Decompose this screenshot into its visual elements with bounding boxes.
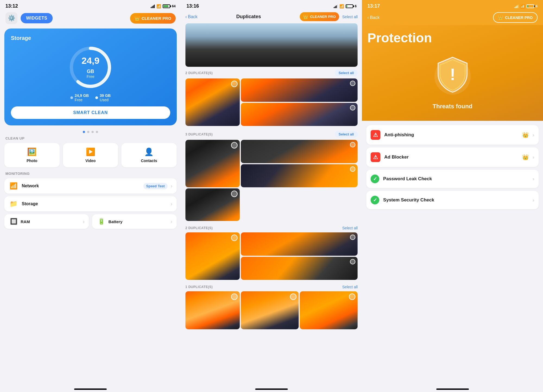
pro-button-2[interactable]: 👑 CLEANER PRO: [300, 12, 339, 21]
dup2-photo-1: [185, 140, 240, 187]
dot-2: [87, 131, 89, 133]
dup3-photo-1: [185, 232, 240, 280]
select-circle-9[interactable]: [350, 235, 355, 240]
system-security-item[interactable]: ✓ System Security Check ›: [366, 191, 539, 209]
select-circle-12[interactable]: [290, 293, 296, 300]
widgets-button[interactable]: WIDGETS: [21, 13, 53, 23]
pro-button-3[interactable]: 👑 CLEANER PRO: [493, 12, 538, 23]
cleanup-video[interactable]: ▶️ Video: [63, 143, 118, 167]
battery-pct-3: 6: [536, 4, 538, 8]
storage-gb: 24,9 GB: [80, 56, 101, 74]
top-building-photo: [185, 23, 358, 67]
cleanup-contacts[interactable]: 👤 Contacts: [121, 143, 177, 167]
duplicates-title: Duplicates: [198, 14, 300, 20]
check-icon-system: ✓: [371, 196, 379, 204]
select-circle-2[interactable]: [350, 81, 355, 86]
battery-label: Battery: [108, 219, 168, 224]
screens-container: 13:12 📶 64 ⚙️ WIDGETS 👑 CL: [0, 0, 543, 392]
select-circle-1[interactable]: [231, 81, 238, 87]
wifi-icon: 📶: [156, 4, 161, 8]
shield-svg: !: [431, 52, 474, 96]
wifi-icon-3: 📶: [520, 4, 525, 8]
select-circle-5[interactable]: [350, 142, 355, 147]
select-circle-13[interactable]: [349, 293, 355, 300]
back-button-3[interactable]: ‹ Back: [367, 15, 380, 20]
cleanup-section-label: CLEAN UP: [0, 136, 181, 143]
battery-icon-1: [163, 4, 170, 8]
status-bar-1: 13:12 📶 64: [0, 0, 181, 10]
dup2-photo-2: [241, 140, 358, 163]
battery-item[interactable]: 🔋 Battery ›: [92, 214, 176, 229]
duplicates-scroll[interactable]: 2 DUPLICATE(S) Select all: [181, 23, 362, 385]
select-circle-7[interactable]: [231, 191, 238, 197]
select-circle-11[interactable]: [231, 293, 238, 300]
dup1-photo-3: [241, 103, 358, 126]
back-chevron-2: ‹: [185, 14, 187, 19]
select-circle-3[interactable]: [350, 105, 355, 110]
ram-item[interactable]: 🔲 RAM ›: [4, 214, 89, 229]
anti-phishing-label: Anti-phishing: [384, 132, 518, 138]
contacts-icon: 👤: [144, 147, 154, 156]
dup4-photo-1: [185, 291, 240, 329]
select-circle-4[interactable]: [231, 142, 238, 148]
select-all-2[interactable]: Select all: [335, 131, 358, 138]
storage-circle-text: 24,9 GB Free: [80, 56, 101, 79]
select-circle-8[interactable]: [231, 235, 238, 241]
back-button-2[interactable]: ‹ Back: [185, 14, 198, 19]
password-leak-item[interactable]: ✓ Password Leak Check ›: [366, 170, 539, 188]
storage-chevron: ›: [171, 201, 172, 207]
cleanup-photo[interactable]: 🖼️ Photo: [4, 143, 60, 167]
battery-item-icon: 🔋: [96, 218, 106, 225]
select-all-3[interactable]: Select all: [342, 226, 358, 230]
dup3-photo-3: [241, 257, 358, 280]
dot-4: [96, 131, 98, 133]
select-circle-10[interactable]: [350, 259, 355, 264]
protection-hero: Protection ! Threats found: [362, 25, 543, 121]
select-circle-6[interactable]: [350, 166, 355, 172]
select-all-4[interactable]: Select all: [342, 285, 358, 289]
anti-phishing-item[interactable]: ⚠ Anti-phishing 👑 ›: [366, 125, 539, 145]
storage-circle: 24,9 GB Free: [69, 46, 112, 89]
s2-header: ‹ Back Duplicates 👑 CLEANER PRO Select a…: [181, 10, 362, 23]
smart-clean-button[interactable]: SMART CLEAN: [11, 106, 170, 119]
dup-count-1: 2 DUPLICATE(S): [185, 71, 213, 75]
crown-antiphishing: 👑: [522, 132, 529, 138]
dup3-photo-2: [241, 232, 358, 256]
ram-icon: 🔲: [9, 218, 18, 225]
storage-legend: 24,9 GB Free 39 GB Used: [11, 93, 170, 102]
pro-button-1[interactable]: 👑 CLEANER PRO: [130, 13, 175, 24]
storage-monitor-row[interactable]: 📁 Storage ›: [4, 196, 177, 211]
crown-icon-3: 👑: [498, 15, 503, 20]
screen-1: 13:12 📶 64 ⚙️ WIDGETS 👑 CL: [0, 0, 181, 392]
photo-label: Photo: [27, 159, 37, 163]
battery-chevron: ›: [171, 219, 172, 225]
used-dot: [95, 96, 98, 99]
s3-header-bar: ‹ Back 👑 CLEANER PRO: [362, 10, 543, 25]
cleanup-row: 🖼️ Photo ▶️ Video 👤 Contacts: [0, 143, 181, 172]
ad-blocker-item[interactable]: ⚠ Ad Blocker 👑 ›: [366, 147, 539, 167]
dup-count-3: 2 DUPLICATE(S): [185, 226, 213, 230]
dup-section-4: 1 DUPLICATE(S) Select all: [181, 282, 362, 331]
threats-found-text: Threats found: [432, 103, 472, 110]
battery-icon-2: [346, 4, 353, 8]
home-indicator-2: [181, 385, 362, 392]
dup4-photo-3: [300, 291, 358, 329]
network-chevron: ›: [171, 183, 172, 189]
network-monitor-row[interactable]: 📶 Network Speed Test ›: [4, 178, 177, 194]
password-leak-label: Password Leak Check: [383, 176, 529, 182]
gear-button[interactable]: ⚙️: [5, 12, 17, 24]
s1-header: ⚙️ WIDGETS 👑 CLEANER PRO: [0, 10, 181, 26]
time-2: 13:16: [187, 3, 199, 9]
status-icons-2: 📶 6: [334, 4, 357, 8]
signal-icon-3: [514, 4, 519, 8]
battery-icon-3: [526, 4, 534, 8]
wifi-icon-2: 📶: [339, 4, 344, 8]
time-3: 13:17: [367, 3, 380, 9]
select-all-header[interactable]: Select all: [342, 15, 358, 19]
dup2-photo-3: [241, 164, 358, 188]
speed-test-badge: Speed Test: [143, 183, 167, 189]
home-indicator-3: [362, 385, 543, 392]
select-all-1[interactable]: Select all: [335, 69, 358, 76]
home-indicator-1: [0, 385, 181, 392]
status-icons-1: 📶 64: [151, 4, 175, 8]
